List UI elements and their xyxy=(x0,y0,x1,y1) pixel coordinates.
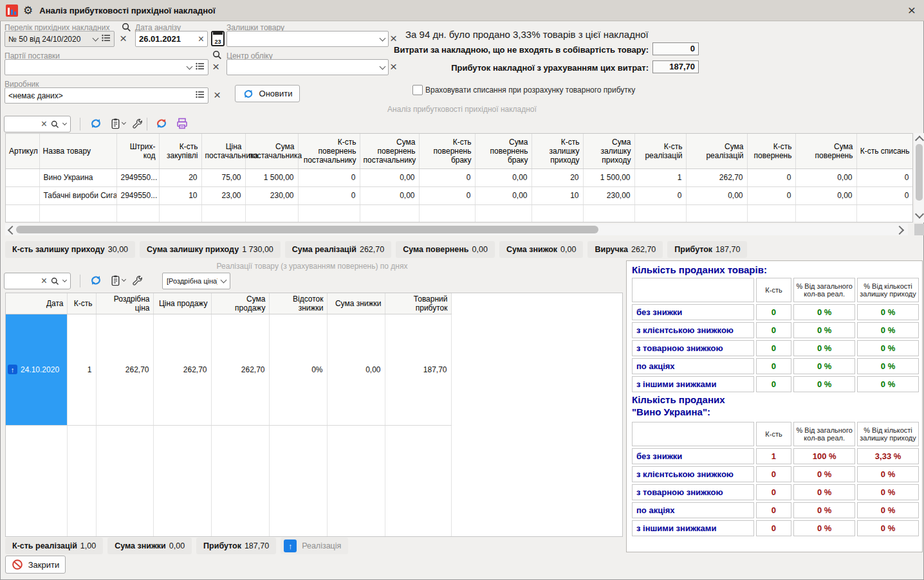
refresh-grid-icon[interactable] xyxy=(89,273,103,287)
sold-stat-row: з іншими знижками 0 0 % 0 % xyxy=(632,376,919,392)
report-clipboard-icon[interactable] xyxy=(108,116,122,131)
main-grid-row[interactable]: Вино Украина 2949550... 20 75,00 1 500,0… xyxy=(6,169,913,187)
scroll-right-icon[interactable] xyxy=(895,226,904,235)
sold-table-column-header: К-сть xyxy=(756,278,792,302)
main-grid-column-header[interactable]: К-сть повернень постачальнику xyxy=(298,134,360,169)
invoice-clear-icon[interactable]: × xyxy=(120,33,127,44)
sold-summary-text: За 94 дн. було продано 3,33% товарів з ц… xyxy=(405,29,649,40)
main-grid-column-header[interactable]: Штрих-код xyxy=(116,134,159,169)
total-badge: Сума залишку приходу1 730,00 xyxy=(140,241,281,258)
producer-combo[interactable]: <немає даних> xyxy=(5,87,208,104)
calendar-icon[interactable]: 23 xyxy=(211,31,225,46)
scroll-up-icon[interactable] xyxy=(915,136,924,145)
price-type-dropdown[interactable]: [Роздрібна ціна] xyxy=(162,273,230,289)
settings-wrench-icon[interactable] xyxy=(130,273,144,287)
gear-icon[interactable]: ⚙ xyxy=(23,5,33,16)
main-grid-column-header[interactable]: К-сть списань xyxy=(856,134,913,169)
main-grid-column-header[interactable]: К-сть повернень xyxy=(747,134,795,169)
refresh-all-icon[interactable] xyxy=(154,116,169,131)
main-grid-column-header[interactable]: Артикул xyxy=(6,134,39,169)
calendar-day: 23 xyxy=(214,39,221,45)
chevron-down-icon[interactable] xyxy=(187,63,193,69)
sales-grid-column-header[interactable]: Товарний прибуток xyxy=(385,293,451,314)
report-options-chevron-icon[interactable] xyxy=(122,120,126,125)
main-grid-column-header[interactable]: Сума повернень браку xyxy=(475,134,531,169)
scroll-left-icon[interactable] xyxy=(8,226,17,235)
horizontal-scroll-thumb[interactable] xyxy=(16,226,598,233)
sales-grid-column-header[interactable]: Сума продажу xyxy=(211,293,269,314)
sales-grid-column-header[interactable]: Дата xyxy=(6,293,67,314)
main-grid-vertical-scrollbar[interactable] xyxy=(914,133,924,222)
vertical-scroll-thumb[interactable] xyxy=(916,144,923,201)
producer-clear-icon[interactable]: × xyxy=(214,90,221,100)
report-options-chevron-icon[interactable] xyxy=(122,277,126,282)
sales-panel-caption: Реалізації товару (з урахуванням поверне… xyxy=(0,262,624,271)
sold-all-table: К-сть% Від загального кол-ва реал.% Від … xyxy=(630,276,921,394)
scroll-down-icon[interactable] xyxy=(915,210,924,219)
sales-grid-column-header[interactable]: Роздрібна ціна xyxy=(96,293,153,314)
chevron-down-icon[interactable] xyxy=(380,63,386,69)
report-clipboard-icon[interactable] xyxy=(108,273,122,287)
main-grid-column-header[interactable]: К-сть реалізацій xyxy=(634,134,686,169)
main-grid-column-header[interactable]: К-сть повернень браку xyxy=(419,134,475,169)
print-icon[interactable] xyxy=(175,116,189,131)
sales-grid-column-header[interactable]: Ціна продажу xyxy=(153,293,211,314)
invoice-list-icon[interactable] xyxy=(102,34,111,44)
search-clear-icon[interactable]: × xyxy=(41,276,47,286)
main-grid-column-header[interactable]: Сума залишку приходу xyxy=(583,134,634,169)
sales-search[interactable]: × xyxy=(4,273,71,289)
main-grid-column-header[interactable]: Сума реалізацій xyxy=(686,134,747,169)
refresh-icon xyxy=(243,88,254,100)
analysis-date-input[interactable]: 26.01.2021 × xyxy=(135,31,208,47)
chevron-down-icon[interactable] xyxy=(93,35,99,41)
calendar-top-bar xyxy=(213,32,223,35)
total-badge: К-сть реалізацій1,00 xyxy=(5,538,103,554)
stock-combo[interactable] xyxy=(226,31,389,47)
writeoff-checkbox-label: Враховувати списання при розрахунку това… xyxy=(425,86,635,95)
main-grid-column-header[interactable]: Сума повернень постачальнику xyxy=(360,134,419,169)
refresh-button[interactable]: Оновити xyxy=(235,85,300,102)
sold-product-header-row: К-сть% Від загального кол-ва реал.% Від … xyxy=(632,422,919,446)
main-grid-horizontal-scrollbar[interactable] xyxy=(5,224,908,235)
sales-grid-row[interactable]: ↑ 24.10.2020 1 262,70 262,70 262,70 0% 0… xyxy=(6,314,451,426)
sold-stat-row: з іншими знижками 0 0 % 0 % xyxy=(632,520,919,536)
main-grid-search-input[interactable] xyxy=(8,119,37,129)
chevron-down-icon[interactable] xyxy=(221,277,227,284)
writeoff-checkbox[interactable] xyxy=(412,85,423,95)
stock-clear-icon[interactable]: × xyxy=(390,33,397,44)
batch-list-icon[interactable] xyxy=(196,62,205,72)
main-grid-column-header[interactable]: Сума повернень xyxy=(795,134,856,169)
close-button[interactable]: Закрити xyxy=(5,556,66,574)
expenses-input[interactable]: 0 xyxy=(652,42,699,55)
producer-list-icon[interactable] xyxy=(196,91,205,100)
main-grid-column-header[interactable]: Ціна постачальника xyxy=(201,134,245,169)
close-window-icon[interactable]: × xyxy=(908,2,916,19)
sold-stat-row: з товарною знижкою 0 0 % 0 % xyxy=(632,340,919,356)
main-grid-search[interactable]: × xyxy=(4,116,71,132)
main-grid-column-header[interactable]: Сума постачальника xyxy=(245,134,298,169)
main-grid-column-header[interactable]: К-сть закупівлі xyxy=(159,134,201,169)
sale-date: 24.10.2020 xyxy=(21,365,59,374)
sold-all-rows: без знижки 0 0 % 0 % з клієнтською знижк… xyxy=(632,304,919,392)
center-combo[interactable] xyxy=(226,59,389,75)
sales-grid-column-header[interactable]: К-сть xyxy=(67,293,96,314)
search-options-chevron-icon[interactable] xyxy=(62,278,67,282)
sales-grid-column-header[interactable]: Відсоток знижки xyxy=(269,293,327,314)
search-clear-icon[interactable]: × xyxy=(41,119,47,129)
sales-search-input[interactable] xyxy=(8,276,37,286)
chevron-down-icon[interactable] xyxy=(380,35,386,41)
main-grid-row[interactable]: Табачні вироби Сига... 2949550... 10 23,… xyxy=(6,186,913,204)
search-options-chevron-icon[interactable] xyxy=(62,121,67,125)
invoice-profit-input[interactable]: 187,70 xyxy=(652,60,699,73)
batch-combo[interactable] xyxy=(5,59,208,75)
sales-grid-column-header[interactable]: Сума знижки xyxy=(327,293,385,314)
main-grid-column-header[interactable]: К-сть залишку приходу xyxy=(531,134,583,169)
settings-wrench-icon[interactable] xyxy=(130,116,144,131)
sales-totals-badges: К-сть реалізацій1,00 Сума знижки0,00 При… xyxy=(5,538,276,554)
invoice-combo[interactable]: № 50 від 24/10/2020 xyxy=(5,31,115,47)
main-grid-column-header[interactable]: Назва товару xyxy=(39,134,116,169)
row-indicator-cell xyxy=(6,169,39,187)
refresh-grid-icon[interactable] xyxy=(89,116,103,131)
batch-clear-icon[interactable]: × xyxy=(212,62,219,72)
date-clear-icon[interactable]: × xyxy=(198,34,204,44)
